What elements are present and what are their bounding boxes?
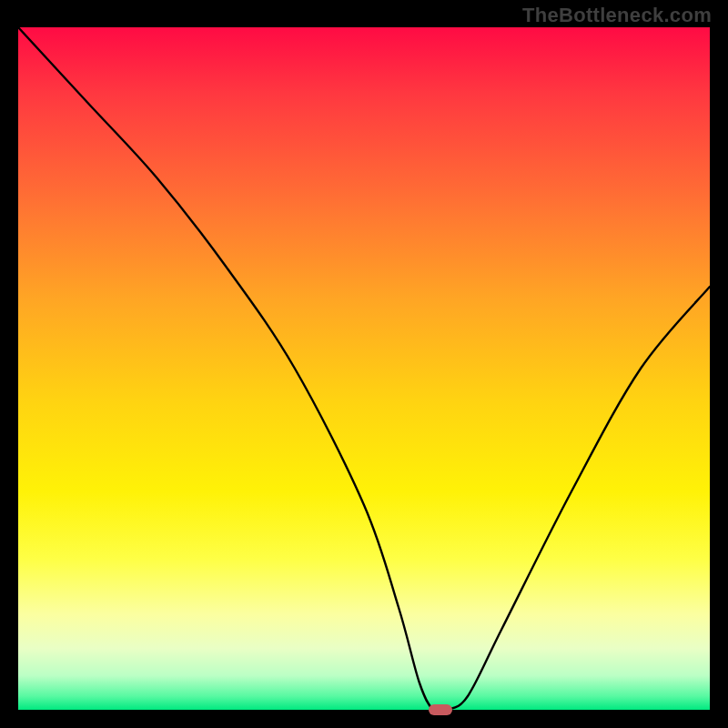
watermark-text: TheBottleneck.com bbox=[522, 4, 712, 27]
chart-frame: TheBottleneck.com bbox=[0, 0, 728, 728]
chart-plot-area bbox=[18, 27, 710, 710]
optimal-marker bbox=[429, 704, 452, 715]
bottleneck-curve bbox=[18, 27, 710, 710]
